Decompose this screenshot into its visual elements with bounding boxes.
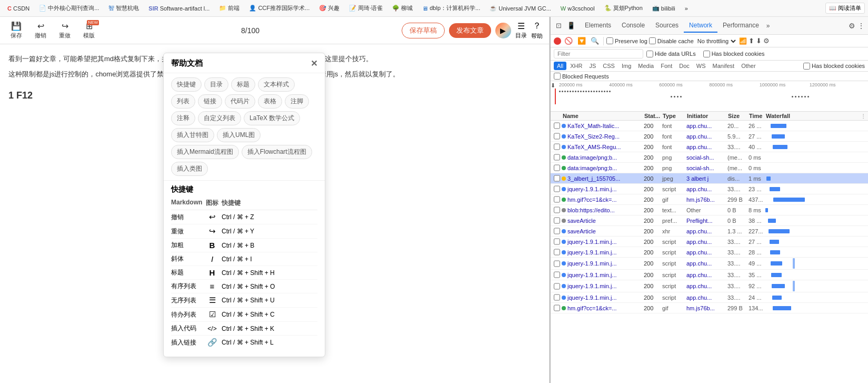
tag-heading[interactable]: 标题: [231, 77, 255, 92]
network-row-8[interactable]: blob:https://edito... 200 text... Other …: [551, 205, 868, 215]
network-row-2[interactable]: KaTeX_AMS-Regu... 200 font app.chu... 33…: [551, 142, 868, 152]
bookmark-jvm[interactable]: ☕ Universal JVM GC...: [485, 3, 555, 13]
preserve-log-checkbox[interactable]: Preserve log: [606, 37, 647, 44]
clear-icon[interactable]: 🚫: [563, 36, 574, 45]
col-header-initiator[interactable]: Initiator: [687, 113, 728, 119]
has-blocked-checkbox[interactable]: Has blocked cookies: [703, 51, 765, 57]
network-row-1[interactable]: KaTeX_Size2-Reg... 200 font app.chu... 5…: [551, 131, 868, 142]
type-filter-manifest[interactable]: Manifest: [710, 62, 738, 70]
tag-link[interactable]: 链接: [198, 94, 222, 109]
undo-btn[interactable]: ↩ 撤销: [31, 20, 51, 41]
type-filter-font[interactable]: Font: [657, 62, 675, 70]
filter-input[interactable]: [554, 49, 643, 58]
tag-uml[interactable]: 插入UML图: [217, 128, 261, 142]
network-row-5[interactable]: 3_albert_j_155705... 200 jpeg 3 albert j…: [551, 173, 868, 184]
type-filter-xhr[interactable]: XHR: [567, 62, 585, 70]
network-row-0[interactable]: KaTeX_Math-Italic... 200 font app.chu...…: [551, 121, 868, 131]
devtools-undock-icon[interactable]: ⊡: [554, 21, 564, 31]
save-draft-button[interactable]: 保存草稿: [402, 23, 445, 38]
col-header-time[interactable]: Time: [749, 113, 766, 119]
network-row-16[interactable]: jquery-1.9.1.min.j... 200 script app.chu…: [551, 292, 868, 303]
blocked-requests-checkbox[interactable]: Blocked Requests: [554, 73, 609, 80]
col-header-size[interactable]: Size: [728, 113, 749, 119]
type-filter-img[interactable]: Img: [618, 62, 634, 70]
search-icon[interactable]: 🔍: [589, 36, 601, 45]
tag-comment[interactable]: 注释: [171, 111, 195, 125]
resize-handle[interactable]: ⋮: [861, 113, 865, 119]
bookmark-journals[interactable]: 📄 中外核心期刊查询...: [35, 3, 103, 14]
bookmark-dblp[interactable]: 🖥 dblp：计算机科学...: [418, 3, 484, 14]
tab-network[interactable]: Network: [684, 19, 717, 33]
tag-mermaid[interactable]: 插入Mermaid流程图: [171, 145, 239, 159]
bookmark-sir[interactable]: SIR Software-artifact l...: [144, 4, 214, 13]
reading-mode-icon[interactable]: 📖 阅读清单: [825, 3, 865, 14]
type-filter-doc[interactable]: Doc: [676, 62, 693, 70]
disable-cache-checkbox[interactable]: Disable cache: [649, 37, 694, 44]
tag-class-diagram[interactable]: 插入类图: [171, 162, 208, 176]
help-close-button[interactable]: ✕: [311, 58, 317, 68]
tag-toc[interactable]: 目录: [204, 77, 228, 92]
network-row-3[interactable]: data:image/png;b... 200 png social-sh...…: [551, 152, 868, 163]
bookmark-more[interactable]: »: [681, 4, 692, 13]
tag-gantt[interactable]: 插入甘特图: [171, 128, 214, 142]
tag-code[interactable]: 代码片: [225, 94, 255, 109]
network-row-9[interactable]: saveArticle 200 pref... Preflight... 0 B…: [551, 215, 868, 226]
filter-icon[interactable]: 🔽: [576, 36, 587, 45]
tag-flowchart[interactable]: 插入Flowchart流程图: [242, 145, 312, 159]
bookmark-mofan[interactable]: 🐍 莫烦Python: [600, 3, 647, 14]
network-row-10[interactable]: saveArticle 200 xhr app.chu... 1.3 ... 2…: [551, 226, 868, 237]
type-filter-media[interactable]: Media: [635, 62, 657, 70]
toc-btn[interactable]: ☰ 目录: [515, 21, 527, 40]
tab-elements[interactable]: Elements: [580, 19, 616, 33]
tab-console[interactable]: Console: [616, 19, 650, 33]
bookmark-frontend[interactable]: 📁 前端: [215, 3, 244, 14]
col-header-waterfall[interactable]: Waterfall: [766, 113, 861, 119]
export-icon[interactable]: ⬇: [756, 37, 762, 45]
tag-footnote[interactable]: 注脚: [285, 94, 309, 109]
tab-sources[interactable]: Sources: [650, 19, 684, 33]
tag-list[interactable]: 列表: [171, 94, 195, 109]
network-row-12[interactable]: jquery-1.9.1.min.j... 200 script app.chu…: [551, 247, 868, 258]
tag-text-style[interactable]: 文本样式: [258, 77, 295, 92]
network-row-14[interactable]: jquery-1.9.1.min.j... 200 script app.chu…: [551, 270, 868, 280]
network-row-11[interactable]: jquery-1.9.1.min.j... 200 script app.chu…: [551, 237, 868, 247]
devtools-mobile-icon[interactable]: 📱: [565, 21, 577, 31]
type-filter-other[interactable]: Other: [738, 62, 759, 70]
bookmark-yuque[interactable]: 📝 周琦·语雀: [345, 3, 387, 14]
network-row-13[interactable]: jquery-1.9.1.min.j... 200 script app.chu…: [551, 258, 868, 270]
bookmark-bilibili[interactable]: 📺 bilibili: [648, 3, 680, 13]
color-icon-btn[interactable]: ▶: [495, 23, 511, 38]
bookmark-liucheng[interactable]: 🌳 柳城: [388, 3, 417, 14]
tag-table[interactable]: 表格: [258, 94, 282, 109]
has-blocked-cookies-label[interactable]: Has blocked cookies: [803, 63, 865, 70]
publish-button[interactable]: 发布文章: [449, 23, 491, 38]
network-row-7[interactable]: hm.gif?cc=1&ck=... 200 gif hm.js76b... 2…: [551, 194, 868, 205]
tab-more[interactable]: »: [764, 19, 772, 32]
bookmark-interest[interactable]: 🎯 兴趣: [315, 3, 344, 14]
redo-btn[interactable]: ↪ 重做: [55, 20, 75, 41]
col-header-type[interactable]: Type: [663, 113, 687, 119]
tag-custom-list[interactable]: 自定义列表: [198, 111, 241, 125]
settings-icon[interactable]: ⚙: [763, 37, 770, 45]
type-filter-js[interactable]: JS: [586, 62, 599, 70]
tag-shortcuts[interactable]: 快捷键: [171, 77, 202, 92]
record-icon[interactable]: [554, 37, 561, 45]
bookmark-w3c[interactable]: W w3cschool: [556, 4, 599, 13]
save-toolbar-btn[interactable]: 💾 保存: [6, 20, 26, 41]
type-filter-ws[interactable]: WS: [693, 62, 709, 70]
col-header-status[interactable]: Stat...: [644, 113, 663, 119]
network-row-17[interactable]: hm.gif?cc=1&ck=... 200 gif hm.js76b... 2…: [551, 303, 868, 313]
type-filter-css[interactable]: CSS: [600, 62, 618, 70]
devtools-dots-icon[interactable]: ⋮: [857, 22, 865, 30]
hide-data-urls-checkbox[interactable]: Hide data URLs: [646, 51, 696, 57]
devtools-settings-icon[interactable]: ⚙: [849, 22, 855, 30]
network-row-15[interactable]: jquery-1.9.1.min.j... 200 script app.chu…: [551, 280, 868, 292]
bookmark-zhihui[interactable]: 智 智慧杭电: [104, 3, 143, 14]
help-btn[interactable]: ？ 帮助: [531, 21, 543, 40]
col-header-name[interactable]: Name: [563, 113, 644, 119]
tag-latex[interactable]: LaTeX 数学公式: [244, 111, 300, 125]
template-btn[interactable]: ⊞ 模版 NEW: [79, 20, 99, 41]
throttle-select[interactable]: No throttling: [695, 37, 737, 45]
network-row-4[interactable]: data:image/png;b... 200 png social-sh...…: [551, 163, 868, 173]
import-icon[interactable]: ⬆: [749, 37, 754, 45]
